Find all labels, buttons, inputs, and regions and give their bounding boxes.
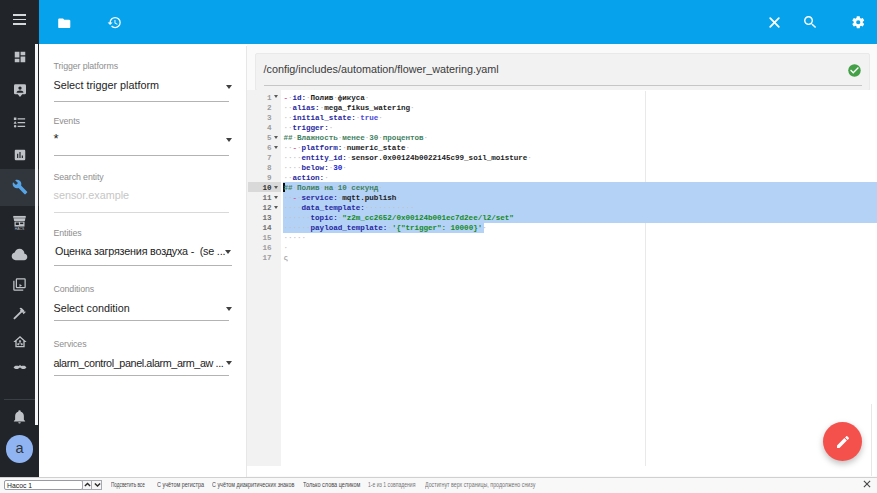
svg-text:HACS: HACS <box>15 227 25 231</box>
